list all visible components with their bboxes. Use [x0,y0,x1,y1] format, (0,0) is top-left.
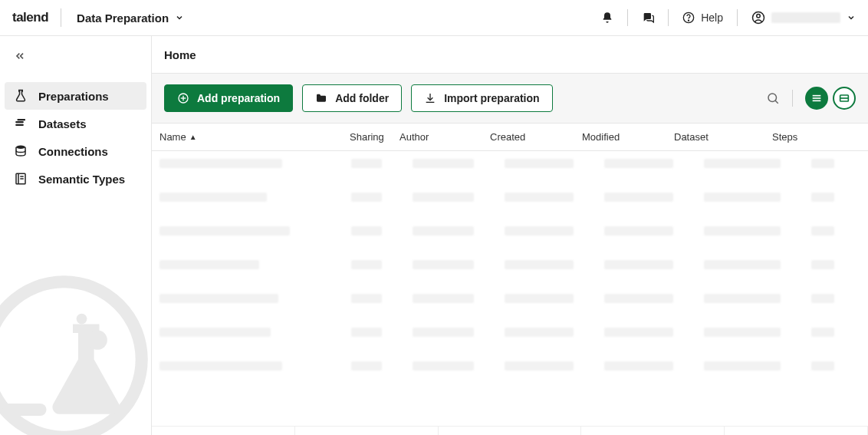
table-header: Name ▲ Sharing Author Created Modified D… [152,124,868,151]
app-name: Data Preparation [77,12,169,25]
help-label: Help [701,12,723,24]
add-folder-button[interactable]: Add folder [302,84,402,112]
svg-rect-15 [2,404,47,416]
sidebar-item-semantic-types[interactable]: Semantic Types [5,165,146,193]
svg-point-12 [0,282,142,435]
plus-circle-icon [177,92,189,104]
col-name[interactable]: Name ▲ [159,131,350,143]
add-preparation-button[interactable]: Add preparation [164,84,293,112]
collapse-sidebar-button[interactable] [14,50,26,62]
blurred-rows-placeholder [159,159,860,371]
sidebar-item-datasets[interactable]: Datasets [5,110,146,137]
button-label: Import preparation [444,92,539,104]
svg-point-3 [757,15,761,18]
search-button[interactable] [766,91,780,105]
col-sharing[interactable]: Sharing [350,131,399,143]
pagination-footer [152,426,868,435]
sidebar-item-preparations[interactable]: Preparations [5,82,146,110]
chat-icon[interactable] [642,12,654,24]
user-icon [751,11,765,25]
sidebar: Preparations Datasets Connections Semant… [0,36,152,435]
app-header: talend Data Preparation Help [0,0,868,36]
sidebar-nav: Preparations Datasets Connections Semant… [0,82,151,193]
svg-point-14 [77,314,87,325]
bell-icon[interactable] [601,12,613,24]
toolbar-right [766,87,856,110]
svg-point-20 [768,94,777,102]
chevron-down-icon [847,13,856,22]
main-content: Home Add preparation Add folder Import p… [152,36,868,435]
user-menu[interactable] [751,11,856,25]
sidebar-item-label: Datasets [38,117,87,130]
svg-line-21 [775,101,778,104]
breadcrumb: Home [152,36,868,73]
folder-icon [315,92,327,104]
button-label: Add folder [335,92,389,104]
import-preparation-button[interactable]: Import preparation [411,84,552,112]
decorative-flask-icon [0,251,161,435]
help-icon [682,12,695,24]
database-icon [14,144,28,158]
help-button[interactable]: Help [682,12,723,24]
button-label: Add preparation [197,92,280,104]
divider [792,90,793,107]
sidebar-item-label: Preparations [38,90,109,103]
svg-rect-4 [15,121,24,123]
flask-icon [14,89,28,103]
col-author[interactable]: Author [399,131,490,143]
svg-rect-5 [18,119,26,120]
sidebar-item-label: Semantic Types [38,173,125,186]
divider [627,9,628,26]
svg-point-7 [16,146,25,150]
app-switcher[interactable]: Data Preparation [61,12,184,25]
files-icon [14,117,28,130]
svg-rect-6 [15,124,24,126]
breadcrumb-home[interactable]: Home [164,48,196,61]
download-icon [424,92,436,104]
large-view-button[interactable] [833,87,856,110]
col-created[interactable]: Created [490,131,582,143]
divider [737,9,738,26]
user-name-redacted [771,12,840,23]
brand-logo: talend [12,8,61,27]
sort-asc-icon: ▲ [189,133,197,141]
sidebar-item-connections[interactable]: Connections [5,137,146,165]
divider [668,9,669,26]
table-body [152,151,868,435]
svg-point-1 [689,20,689,21]
list-view-button[interactable] [805,87,828,110]
sidebar-item-label: Connections [38,145,108,158]
chevron-down-icon [175,13,184,22]
view-toggle [805,87,856,110]
svg-point-13 [88,331,107,350]
col-steps[interactable]: Steps [772,131,833,143]
book-icon [14,172,28,186]
header-right: Help [601,9,856,26]
col-dataset[interactable]: Dataset [674,131,772,143]
toolbar: Add preparation Add folder Import prepar… [152,73,868,124]
col-modified[interactable]: Modified [582,131,674,143]
